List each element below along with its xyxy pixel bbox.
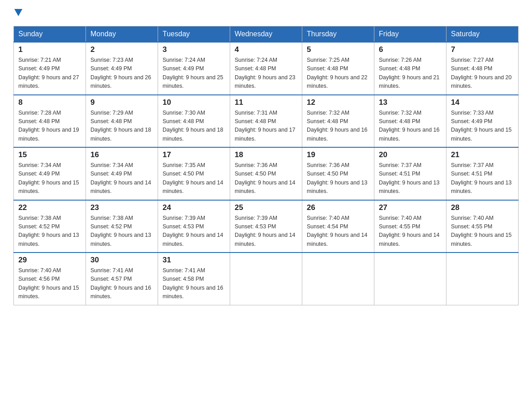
week-row-4: 22Sunrise: 7:38 AMSunset: 4:52 PMDayligh… bbox=[14, 200, 519, 253]
day-number: 27 bbox=[379, 203, 442, 212]
day-cell-2: 2Sunrise: 7:23 AMSunset: 4:49 PMDaylight… bbox=[86, 42, 158, 95]
day-number: 9 bbox=[90, 98, 153, 107]
day-cell-31: 31Sunrise: 7:41 AMSunset: 4:58 PMDayligh… bbox=[158, 253, 230, 305]
day-number: 26 bbox=[307, 203, 369, 212]
day-number: 10 bbox=[163, 98, 225, 107]
day-number: 5 bbox=[307, 45, 369, 54]
weekday-header-friday: Friday bbox=[374, 26, 446, 43]
day-number: 18 bbox=[235, 150, 297, 159]
day-number: 11 bbox=[235, 98, 297, 107]
day-number: 19 bbox=[307, 150, 369, 159]
empty-cell bbox=[374, 253, 446, 305]
day-cell-16: 16Sunrise: 7:34 AMSunset: 4:49 PMDayligh… bbox=[86, 147, 158, 200]
day-info: Sunrise: 7:38 AMSunset: 4:52 PMDaylight:… bbox=[90, 214, 153, 249]
page-header bbox=[13, 9, 519, 18]
day-number: 12 bbox=[307, 98, 369, 107]
day-cell-12: 12Sunrise: 7:32 AMSunset: 4:48 PMDayligh… bbox=[302, 95, 374, 148]
day-cell-30: 30Sunrise: 7:41 AMSunset: 4:57 PMDayligh… bbox=[86, 253, 158, 305]
day-cell-25: 25Sunrise: 7:39 AMSunset: 4:53 PMDayligh… bbox=[230, 200, 302, 253]
day-info: Sunrise: 7:25 AMSunset: 4:48 PMDaylight:… bbox=[307, 56, 369, 91]
day-cell-8: 8Sunrise: 7:28 AMSunset: 4:48 PMDaylight… bbox=[14, 95, 86, 148]
logo-triangle-icon bbox=[14, 9, 22, 16]
day-info: Sunrise: 7:36 AMSunset: 4:50 PMDaylight:… bbox=[235, 161, 297, 196]
day-number: 23 bbox=[90, 203, 153, 212]
day-info: Sunrise: 7:40 AMSunset: 4:55 PMDaylight:… bbox=[379, 214, 442, 249]
day-cell-20: 20Sunrise: 7:37 AMSunset: 4:51 PMDayligh… bbox=[374, 147, 446, 200]
day-number: 29 bbox=[18, 256, 81, 265]
day-number: 16 bbox=[90, 150, 153, 159]
day-info: Sunrise: 7:32 AMSunset: 4:48 PMDaylight:… bbox=[379, 109, 442, 144]
day-cell-27: 27Sunrise: 7:40 AMSunset: 4:55 PMDayligh… bbox=[374, 200, 446, 253]
day-info: Sunrise: 7:39 AMSunset: 4:53 PMDaylight:… bbox=[235, 214, 297, 249]
weekday-header-wednesday: Wednesday bbox=[230, 26, 302, 43]
day-number: 22 bbox=[18, 203, 81, 212]
day-number: 1 bbox=[18, 45, 81, 54]
day-info: Sunrise: 7:26 AMSunset: 4:48 PMDaylight:… bbox=[379, 56, 442, 91]
logo bbox=[13, 9, 22, 18]
day-info: Sunrise: 7:40 AMSunset: 4:55 PMDaylight:… bbox=[451, 214, 514, 249]
day-number: 24 bbox=[163, 203, 225, 212]
day-number: 25 bbox=[235, 203, 297, 212]
day-cell-19: 19Sunrise: 7:36 AMSunset: 4:50 PMDayligh… bbox=[302, 147, 374, 200]
week-row-1: 1Sunrise: 7:21 AMSunset: 4:49 PMDaylight… bbox=[14, 42, 519, 95]
day-number: 31 bbox=[163, 256, 225, 265]
day-info: Sunrise: 7:35 AMSunset: 4:50 PMDaylight:… bbox=[163, 161, 225, 196]
day-info: Sunrise: 7:31 AMSunset: 4:48 PMDaylight:… bbox=[235, 109, 297, 144]
day-cell-28: 28Sunrise: 7:40 AMSunset: 4:55 PMDayligh… bbox=[446, 200, 519, 253]
day-cell-26: 26Sunrise: 7:40 AMSunset: 4:54 PMDayligh… bbox=[302, 200, 374, 253]
weekday-header-tuesday: Tuesday bbox=[158, 26, 230, 43]
weekday-header-sunday: Sunday bbox=[14, 26, 86, 43]
day-cell-5: 5Sunrise: 7:25 AMSunset: 4:48 PMDaylight… bbox=[302, 42, 374, 95]
week-row-5: 29Sunrise: 7:40 AMSunset: 4:56 PMDayligh… bbox=[14, 253, 519, 305]
day-number: 28 bbox=[451, 203, 514, 212]
day-cell-7: 7Sunrise: 7:27 AMSunset: 4:48 PMDaylight… bbox=[446, 42, 519, 95]
day-info: Sunrise: 7:27 AMSunset: 4:48 PMDaylight:… bbox=[451, 56, 514, 91]
day-info: Sunrise: 7:24 AMSunset: 4:49 PMDaylight:… bbox=[163, 56, 225, 91]
day-number: 17 bbox=[163, 150, 225, 159]
day-cell-3: 3Sunrise: 7:24 AMSunset: 4:49 PMDaylight… bbox=[158, 42, 230, 95]
day-cell-22: 22Sunrise: 7:38 AMSunset: 4:52 PMDayligh… bbox=[14, 200, 86, 253]
day-cell-17: 17Sunrise: 7:35 AMSunset: 4:50 PMDayligh… bbox=[158, 147, 230, 200]
day-number: 7 bbox=[451, 45, 514, 54]
day-info: Sunrise: 7:39 AMSunset: 4:53 PMDaylight:… bbox=[163, 214, 225, 249]
day-cell-24: 24Sunrise: 7:39 AMSunset: 4:53 PMDayligh… bbox=[158, 200, 230, 253]
day-number: 30 bbox=[90, 256, 153, 265]
day-info: Sunrise: 7:28 AMSunset: 4:48 PMDaylight:… bbox=[18, 109, 81, 144]
day-cell-29: 29Sunrise: 7:40 AMSunset: 4:56 PMDayligh… bbox=[14, 253, 86, 305]
day-info: Sunrise: 7:37 AMSunset: 4:51 PMDaylight:… bbox=[451, 161, 514, 196]
day-info: Sunrise: 7:32 AMSunset: 4:48 PMDaylight:… bbox=[307, 109, 369, 144]
day-cell-23: 23Sunrise: 7:38 AMSunset: 4:52 PMDayligh… bbox=[86, 200, 158, 253]
week-row-2: 8Sunrise: 7:28 AMSunset: 4:48 PMDaylight… bbox=[14, 95, 519, 148]
day-number: 2 bbox=[90, 45, 153, 54]
weekday-header-thursday: Thursday bbox=[302, 26, 374, 43]
day-info: Sunrise: 7:33 AMSunset: 4:49 PMDaylight:… bbox=[451, 109, 514, 144]
day-info: Sunrise: 7:41 AMSunset: 4:58 PMDaylight:… bbox=[163, 266, 225, 301]
calendar-table: SundayMondayTuesdayWednesdayThursdayFrid… bbox=[13, 26, 519, 305]
day-cell-10: 10Sunrise: 7:30 AMSunset: 4:48 PMDayligh… bbox=[158, 95, 230, 148]
week-row-3: 15Sunrise: 7:34 AMSunset: 4:49 PMDayligh… bbox=[14, 147, 519, 200]
day-number: 4 bbox=[235, 45, 297, 54]
day-cell-15: 15Sunrise: 7:34 AMSunset: 4:49 PMDayligh… bbox=[14, 147, 86, 200]
day-cell-4: 4Sunrise: 7:24 AMSunset: 4:48 PMDaylight… bbox=[230, 42, 302, 95]
day-cell-21: 21Sunrise: 7:37 AMSunset: 4:51 PMDayligh… bbox=[446, 147, 519, 200]
day-cell-18: 18Sunrise: 7:36 AMSunset: 4:50 PMDayligh… bbox=[230, 147, 302, 200]
day-cell-6: 6Sunrise: 7:26 AMSunset: 4:48 PMDaylight… bbox=[374, 42, 446, 95]
day-cell-11: 11Sunrise: 7:31 AMSunset: 4:48 PMDayligh… bbox=[230, 95, 302, 148]
day-number: 14 bbox=[451, 98, 514, 107]
day-info: Sunrise: 7:37 AMSunset: 4:51 PMDaylight:… bbox=[379, 161, 442, 196]
day-info: Sunrise: 7:21 AMSunset: 4:49 PMDaylight:… bbox=[18, 56, 81, 91]
day-number: 6 bbox=[379, 45, 442, 54]
day-number: 21 bbox=[451, 150, 514, 159]
day-info: Sunrise: 7:29 AMSunset: 4:48 PMDaylight:… bbox=[90, 109, 153, 144]
day-cell-9: 9Sunrise: 7:29 AMSunset: 4:48 PMDaylight… bbox=[86, 95, 158, 148]
weekday-header-saturday: Saturday bbox=[446, 26, 519, 43]
day-info: Sunrise: 7:38 AMSunset: 4:52 PMDaylight:… bbox=[18, 214, 81, 249]
day-info: Sunrise: 7:23 AMSunset: 4:49 PMDaylight:… bbox=[90, 56, 153, 91]
day-info: Sunrise: 7:30 AMSunset: 4:48 PMDaylight:… bbox=[163, 109, 225, 144]
day-info: Sunrise: 7:40 AMSunset: 4:54 PMDaylight:… bbox=[307, 214, 369, 249]
day-number: 13 bbox=[379, 98, 442, 107]
day-number: 8 bbox=[18, 98, 81, 107]
day-info: Sunrise: 7:34 AMSunset: 4:49 PMDaylight:… bbox=[18, 161, 81, 196]
day-cell-14: 14Sunrise: 7:33 AMSunset: 4:49 PMDayligh… bbox=[446, 95, 519, 148]
empty-cell bbox=[446, 253, 519, 305]
